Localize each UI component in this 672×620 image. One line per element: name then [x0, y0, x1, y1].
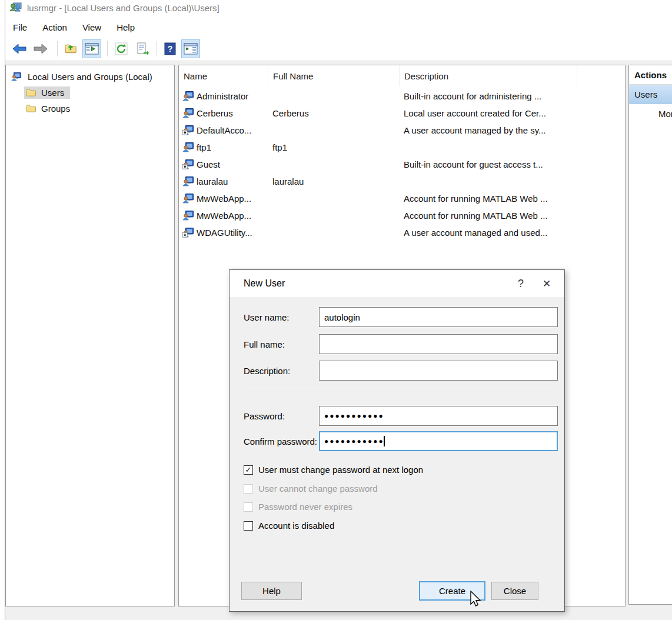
help-dialog-button[interactable]: Help [241, 582, 302, 600]
column-header-fullname[interactable]: Full Name [268, 65, 400, 86]
tree-node-groups[interactable]: Groups [6, 101, 174, 116]
actions-pane: Actions Users More Actions [628, 65, 672, 605]
user-description: Built-in account for guest access t... [404, 156, 580, 173]
user-description: Account for running MATLAB Web ... [404, 190, 580, 207]
user-name: MwWebApp... [197, 211, 251, 221]
tree-node-users-label: Users [41, 88, 64, 98]
user-row-defaultaccount[interactable]: DefaultAcco... A user account managed by… [179, 122, 625, 139]
tree-root-label: Local Users and Groups (Local) [28, 72, 152, 82]
console-tree-pane: Local Users and Groups (Local) Users Gro… [5, 65, 175, 606]
user-row-lauralau[interactable]: lauralau lauralau [179, 173, 625, 190]
user-row-mwwebapp2[interactable]: MwWebApp... Account for running MATLAB W… [179, 207, 625, 224]
password-input[interactable]: ●●●●●●●●●●● [319, 406, 558, 426]
window-titlebar: lusrmgr - [Local Users and Groups (Local… [5, 0, 672, 15]
user-icon [182, 211, 194, 221]
checked-checkbox-icon: ✓ [244, 465, 253, 475]
computer-users-icon [9, 72, 21, 82]
description-label: Description: [244, 366, 290, 376]
user-name: WDAGUtility... [197, 228, 252, 238]
checkbox-label: Account is disabled [258, 521, 334, 531]
menu-view[interactable]: View [75, 20, 109, 35]
user-description: Local user account created for Cer... [404, 105, 580, 122]
user-description: Account for running MATLAB Web ... [404, 207, 580, 224]
user-fullname [272, 207, 400, 224]
list-rows: Administrator Built-in account for admin… [179, 88, 625, 241]
user-description: A user account managed by the sy... [404, 122, 580, 139]
column-header-name[interactable]: Name [179, 65, 268, 86]
fullname-input[interactable] [319, 334, 558, 354]
dialog-help-icon[interactable]: ? [508, 278, 534, 290]
menu-file[interactable]: File [5, 20, 35, 35]
forward-icon [34, 44, 48, 54]
checkbox-account-disabled[interactable]: Account is disabled [244, 521, 334, 531]
dialog-title: New User [229, 278, 508, 289]
dialog-close-icon[interactable]: ✕ [534, 278, 560, 290]
text-caret [384, 436, 385, 446]
user-row-mwwebapp1[interactable]: MwWebApp... Account for running MATLAB W… [179, 190, 625, 207]
list-header: Name Full Name Description [179, 65, 625, 86]
back-button[interactable] [10, 39, 29, 58]
tree-root-node[interactable]: Local Users and Groups (Local) [6, 69, 174, 85]
checkbox-cannot-change-password: User cannot change password [244, 484, 378, 494]
up-folder-icon [65, 43, 78, 55]
user-description [404, 173, 580, 190]
user-name: lauralau [197, 176, 228, 186]
user-row-administrator[interactable]: Administrator Built-in account for admin… [179, 88, 625, 105]
user-fullname [272, 88, 400, 105]
user-row-guest[interactable]: Guest Built-in account for guest access … [179, 156, 625, 173]
tree-node-users[interactable]: Users [6, 85, 174, 101]
user-name: DefaultAcco... [197, 125, 251, 135]
user-name: Guest [197, 159, 220, 169]
toolbar-separator [157, 41, 157, 56]
password-label: Password: [244, 411, 285, 421]
confirm-password-label: Confirm password: [244, 436, 317, 446]
user-row-ftp1[interactable]: ftp1 ftp1 [179, 139, 625, 156]
actions-item-users[interactable]: Users [629, 85, 672, 104]
user-fullname: lauralau [272, 173, 400, 190]
user-description: A user account managed and used... [404, 224, 580, 241]
description-input[interactable] [319, 361, 558, 381]
checkbox-label: User cannot change password [258, 484, 378, 494]
menu-action[interactable]: Action [35, 20, 75, 35]
user-description [404, 139, 580, 156]
user-fullname: Cerberus [272, 105, 400, 122]
show-action-pane-button[interactable] [181, 39, 200, 58]
column-header-description[interactable]: Description [400, 65, 577, 86]
forward-button[interactable] [31, 39, 50, 58]
user-icon [182, 91, 194, 101]
password-masked-value: ●●●●●●●●●●● [324, 412, 384, 420]
refresh-button[interactable] [112, 39, 131, 58]
up-folder-button[interactable] [62, 39, 81, 58]
menu-help[interactable]: Help [109, 20, 142, 35]
toolbar-separator [57, 41, 58, 56]
unchecked-checkbox-icon [244, 521, 253, 531]
checkbox-must-change-password[interactable]: ✓ User must change password at next logo… [244, 465, 423, 475]
export-list-icon [136, 42, 149, 55]
actions-item-more-actions[interactable]: More Actions [629, 104, 672, 124]
show-console-tree-button[interactable] [82, 39, 101, 58]
checkbox-label: Password never expires [258, 502, 352, 512]
close-button[interactable]: Close [491, 582, 538, 600]
back-icon [12, 44, 26, 54]
username-input[interactable]: autologin [319, 307, 558, 327]
app-icon [9, 2, 22, 14]
confirm-password-input[interactable]: ●●●●●●●●●●● [319, 431, 558, 451]
user-name: ftp1 [197, 142, 211, 152]
help-button[interactable]: ? [161, 39, 179, 58]
fullname-label: Full name: [244, 339, 285, 349]
username-label: User name: [244, 312, 290, 322]
confirm-password-masked-value: ●●●●●●●●●●● [324, 437, 384, 445]
console-tree-icon [85, 43, 99, 55]
user-row-wdagutility[interactable]: WDAGUtility... A user account managed an… [179, 224, 625, 241]
user-name: Cerberus [197, 108, 233, 118]
user-row-cerberus[interactable]: Cerberus Cerberus Local user account cre… [179, 105, 625, 122]
screen: lusrmgr - [Local Users and Groups (Local… [0, 0, 672, 620]
user-icon [182, 176, 194, 186]
checkbox-password-never-expires: Password never expires [244, 502, 352, 512]
help-icon: ? [164, 42, 176, 55]
folder-icon [26, 88, 37, 98]
menu-bar: File Action View Help [5, 18, 672, 36]
export-list-button[interactable] [133, 39, 152, 58]
user-icon [182, 108, 194, 118]
tree-node-groups-label: Groups [41, 104, 70, 114]
